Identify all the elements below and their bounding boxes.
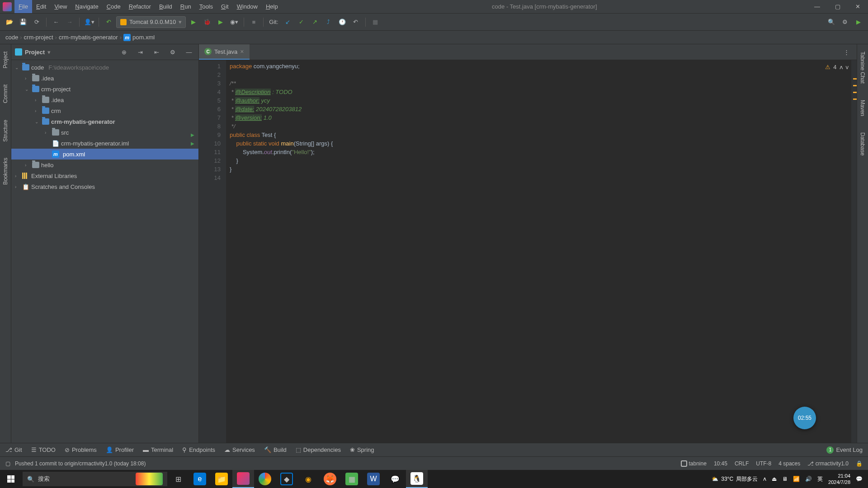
taskbar-search[interactable]: 🔍 搜索 [23, 472, 167, 486]
tab-options-icon[interactable]: ⋮ [840, 46, 852, 58]
menu-edit[interactable]: Edit [32, 0, 50, 13]
tray-chevron-icon[interactable]: ʌ [763, 476, 766, 482]
tree-node[interactable]: ›.idea [11, 73, 198, 84]
breadcrumb-file[interactable]: mpom.xml [123, 34, 155, 41]
select-opened-icon[interactable]: ⊕ [118, 46, 130, 58]
app-icon-1[interactable]: ◆ [276, 470, 297, 488]
collapse-all-icon[interactable]: ⇤ [151, 46, 162, 58]
bottom-tab-profiler[interactable]: 👤Profiler [106, 446, 134, 453]
git-branch[interactable]: ⎇ crmactivity1.0 [807, 460, 849, 467]
panel-minimize-icon[interactable]: — [183, 46, 195, 58]
close-tab-icon[interactable]: × [240, 48, 244, 55]
extra-icon[interactable]: ▦ [369, 16, 381, 28]
menu-view[interactable]: View [50, 0, 71, 13]
error-stripe[interactable] [851, 60, 857, 443]
tree-node[interactable]: ›.idea [11, 94, 198, 105]
indent[interactable]: 4 spaces [778, 460, 800, 467]
bottom-tab-terminal[interactable]: ▬Terminal [143, 446, 173, 453]
menu-navigate[interactable]: Navigate [71, 0, 102, 13]
save-icon[interactable]: 💾 [17, 16, 29, 28]
back-icon[interactable]: ← [50, 16, 62, 28]
profile-run-icon[interactable]: ◉▾ [228, 16, 240, 28]
bottom-tab-problems[interactable]: ⊘Problems [65, 446, 97, 453]
notifications-icon[interactable]: 💬 [856, 476, 863, 482]
panel-dropdown-icon[interactable]: ▾ [47, 49, 51, 56]
left-tab-structure[interactable]: Structure [1, 116, 9, 145]
breadcrumb-item[interactable]: crm-mybatis-generator [59, 34, 118, 41]
bottom-tab-spring[interactable]: ❀Spring [350, 446, 374, 453]
left-tab-project[interactable]: Project [1, 48, 9, 72]
git-clock-icon[interactable]: 🕐 [336, 16, 348, 28]
refresh-icon[interactable]: ⟳ [31, 16, 42, 28]
tray-network-icon[interactable]: 🖥 [782, 476, 788, 482]
profile-icon[interactable]: 👤▾ [83, 16, 95, 28]
run-icon[interactable]: ▶ [188, 16, 199, 28]
next-highlight-icon[interactable]: v [846, 64, 849, 70]
bottom-tab-endpoints[interactable]: ⚲Endpoints [182, 446, 215, 453]
expand-all-icon[interactable]: ⇥ [134, 46, 146, 58]
menu-git[interactable]: Git [217, 0, 233, 13]
git-pull-icon[interactable]: ↙ [282, 16, 294, 28]
tree-node[interactable]: ›hello [11, 160, 198, 170]
git-history-icon[interactable]: ⤴ [323, 16, 335, 28]
tree-node[interactable]: ⌄crm-mybatis-generator [11, 116, 198, 127]
menu-code[interactable]: Code [103, 0, 125, 13]
lock-icon[interactable]: 🔒 [856, 460, 863, 467]
git-commit-icon[interactable]: ✓ [296, 16, 307, 28]
tree-node[interactable]: ›📋Scratches and Consoles [11, 181, 198, 192]
prev-highlight-icon[interactable]: ʌ [840, 64, 843, 70]
taskbar-clock[interactable]: 21:04 2024/7/28 [828, 473, 850, 485]
bottom-tab-todo[interactable]: ☰TODO [31, 446, 56, 453]
stop-icon[interactable]: ■ [248, 16, 259, 28]
menu-refactor[interactable]: Refactor [125, 0, 155, 13]
caret-position[interactable]: 10:45 [714, 460, 727, 467]
debug-icon[interactable]: 🐞 [201, 16, 213, 28]
left-tab-bookmarks[interactable]: Bookmarks [1, 154, 9, 188]
task-view-icon[interactable]: ⊞ [167, 470, 189, 488]
coverage-icon[interactable]: ▶ [215, 16, 226, 28]
tree-node[interactable]: 📄crm-mybatis-generator.iml [11, 138, 198, 149]
encoding[interactable]: UTF-8 [756, 460, 771, 467]
minimize-button[interactable]: — [807, 0, 827, 13]
event-log[interactable]: 1Event Log [826, 446, 863, 454]
tree-node[interactable]: ›crm [11, 105, 198, 116]
menu-tools[interactable]: Tools [195, 0, 217, 13]
left-tab-commit[interactable]: Commit [1, 81, 9, 107]
right-tab-maven[interactable]: Maven [859, 96, 867, 120]
chrome-icon[interactable] [254, 470, 276, 488]
menu-file[interactable]: File [14, 0, 32, 13]
explorer-icon[interactable]: 📁 [211, 470, 232, 488]
bottom-tab-services[interactable]: ☁Services [224, 446, 255, 453]
start-button[interactable] [0, 470, 22, 488]
breadcrumb-item[interactable]: crm-project [24, 34, 53, 41]
search-icon[interactable]: 🔍 [826, 16, 837, 28]
firefox-icon[interactable]: 🦊 [319, 470, 341, 488]
bottom-tab-git[interactable]: ⎇Git [5, 446, 22, 453]
git-push-icon[interactable]: ↗ [309, 16, 321, 28]
menu-run[interactable]: Run [176, 0, 195, 13]
word-icon[interactable]: W [363, 470, 384, 488]
tree-node[interactable]: mpom.xml [11, 149, 198, 160]
tree-node[interactable]: ›src [11, 127, 198, 138]
forward-icon[interactable]: → [64, 16, 75, 28]
menu-window[interactable]: Window [233, 0, 262, 13]
code-content[interactable]: package com.yangchenyu;/** * @Descriptio… [226, 60, 851, 443]
project-tree[interactable]: ⌄codeF:\ideaworkspace\code›.idea⌄crm-pro… [11, 60, 198, 443]
menu-help[interactable]: Help [262, 0, 282, 13]
open-icon[interactable]: 📂 [4, 16, 15, 28]
line-separator[interactable]: CRLF [735, 460, 749, 467]
wechat-icon[interactable]: 💬 [384, 470, 406, 488]
undo-build-icon[interactable]: ↶ [103, 16, 114, 28]
menu-build[interactable]: Build [155, 0, 176, 13]
tree-node[interactable]: ⌄codeF:\ideaworkspace\code [11, 62, 198, 73]
qq-icon[interactable]: 🐧 [406, 470, 428, 488]
run-config-selector[interactable]: Tomcat 9.0.0.M10 ▾ [116, 16, 186, 28]
edge-icon[interactable]: e [189, 470, 211, 488]
right-tab-tabnine-chat[interactable]: Tabnine Chat [859, 48, 867, 87]
settings-icon[interactable]: ⚙ [839, 16, 851, 28]
status-window-icon[interactable]: ▢ [5, 460, 10, 467]
tabnine-widget[interactable]: tabnine [681, 460, 707, 467]
maximize-button[interactable]: ▢ [827, 0, 848, 13]
tree-node[interactable]: ⌄crm-project [11, 84, 198, 94]
weather-widget[interactable]: ⛅ 33°C 局部多云 [712, 475, 758, 483]
